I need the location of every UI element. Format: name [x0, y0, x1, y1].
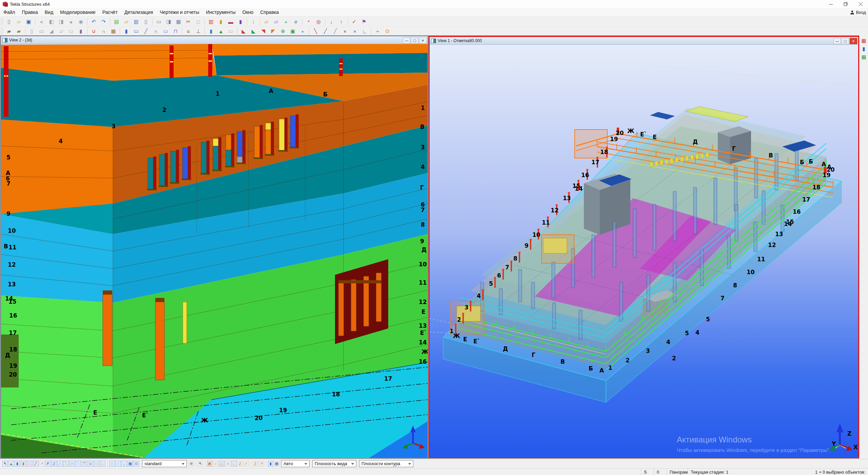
- select-parts-icon[interactable]: ▲: [8, 461, 14, 467]
- level-mark-icon[interactable]: ⊥: [194, 27, 203, 36]
- select-single-icon[interactable]: ⊙: [134, 461, 139, 467]
- view-list-icon[interactable]: ▦: [174, 17, 183, 26]
- rebar-icon[interactable]: ∪: [89, 27, 98, 36]
- split-line-icon[interactable]: ╲: [311, 27, 320, 36]
- new-model-icon[interactable]: ▯: [4, 17, 14, 26]
- snap-points-icon[interactable]: ▣: [207, 461, 212, 467]
- redo-icon[interactable]: ↷: [99, 17, 108, 26]
- snap-perpendicular-icon[interactable]: ∟: [231, 461, 237, 467]
- snap-mode-combo[interactable]: Авто: [281, 460, 310, 467]
- view2-maximize-button[interactable]: ▢: [411, 37, 418, 43]
- copy-properties-icon[interactable]: ▤: [112, 17, 121, 26]
- components-side-icon[interactable]: ▮: [860, 45, 868, 53]
- column-tool-icon[interactable]: ▮: [206, 27, 216, 36]
- component-catalog-icon[interactable]: ▮: [216, 17, 225, 26]
- fence-icon[interactable]: ≡: [184, 27, 193, 36]
- restore-button[interactable]: [838, 0, 853, 8]
- select-x-icon[interactable]: ✗: [45, 461, 51, 467]
- select-cast-units-icon[interactable]: ↓: [121, 461, 127, 467]
- select-bends-icon[interactable]: ∟: [100, 461, 105, 467]
- numbering-icon[interactable]: #: [291, 17, 300, 26]
- copy-icon[interactable]: ▱: [122, 17, 131, 26]
- report-icon[interactable]: ▥: [132, 17, 141, 26]
- model-dump-icon[interactable]: ◉: [76, 17, 85, 26]
- curved-beam-icon[interactable]: ∩: [151, 27, 160, 36]
- snap-end-icon[interactable]: ○: [213, 461, 218, 467]
- find-objects-icon[interactable]: ◎: [314, 17, 323, 26]
- profile-catalog-icon[interactable]: ▥: [206, 17, 216, 26]
- view1-maximize-button[interactable]: ▢: [842, 38, 849, 44]
- snap-intersection-icon[interactable]: ×: [225, 461, 231, 467]
- select-welds-icon[interactable]: ╲: [63, 461, 69, 467]
- intersect-lines-icon[interactable]: ×: [340, 27, 350, 36]
- view2-titlebar[interactable]: View 2 - (3d) — ▢ ✕: [1, 36, 428, 44]
- menu-item-8[interactable]: Инструменты: [203, 8, 239, 16]
- select-pours-icon[interactable]: ∪: [94, 461, 99, 467]
- select-z-icon[interactable]: Z: [51, 461, 57, 467]
- drawing-list-icon[interactable]: ▬: [226, 17, 235, 26]
- select-rebar-icon[interactable]: ∪: [88, 461, 93, 467]
- menu-item-3[interactable]: Вид: [41, 8, 57, 16]
- undo-icon[interactable]: ↶: [89, 17, 98, 26]
- menu-item-7[interactable]: Чертежи и отчеты: [156, 8, 202, 16]
- menu-item-2[interactable]: Правка: [18, 8, 41, 16]
- view2-close-button[interactable]: ✕: [419, 37, 427, 43]
- stamp-icon[interactable]: ▣: [288, 27, 297, 36]
- cut-icon[interactable]: ✂: [184, 17, 193, 26]
- view2-canvas[interactable]: 1АБ2345А67910В1112131415161718Д192017181…: [1, 44, 428, 458]
- concrete-beam-icon[interactable]: ▭: [132, 27, 141, 36]
- publish-icon[interactable]: ⚑: [359, 17, 369, 26]
- landscape-icon[interactable]: ▲: [216, 27, 225, 36]
- import-icon[interactable]: ↓: [327, 17, 336, 26]
- autoconnection-icon[interactable]: *: [304, 17, 313, 26]
- template-editor-icon[interactable]: ▯: [141, 17, 151, 26]
- grid-snap-icon[interactable]: ▦: [274, 461, 279, 467]
- select-surfaces-icon[interactable]: ▮: [15, 461, 20, 467]
- view1-minimize-button[interactable]: —: [833, 38, 841, 44]
- steel-beam-icon[interactable]: ▰: [4, 27, 14, 36]
- select-components-icon[interactable]: ↑: [109, 461, 115, 467]
- surface-icon[interactable]: ▭: [226, 27, 235, 36]
- login-button[interactable]: Вход: [850, 8, 866, 16]
- single-user-icon[interactable]: ●: [66, 17, 76, 26]
- select-paint-icon[interactable]: ∕: [57, 461, 63, 467]
- ortho-icon[interactable]: ▮: [268, 461, 273, 467]
- snap-free-icon[interactable]: ✓: [243, 461, 249, 467]
- work-plane-2-icon[interactable]: ◥: [259, 27, 268, 36]
- menu-item-4[interactable]: Моделирование: [57, 8, 99, 16]
- select-bolts-icon[interactable]: ⊤: [82, 461, 87, 467]
- move-special-icon[interactable]: ▱: [272, 17, 281, 26]
- select-views-icon[interactable]: ▭: [70, 461, 75, 467]
- panel-icon[interactable]: ▮: [76, 27, 85, 36]
- work-plane-combo[interactable]: Плоскость вида: [312, 460, 356, 467]
- view1-canvas[interactable]: Активация Windows Чтобы активировать Win…: [430, 45, 858, 457]
- snap-override-icon[interactable]: Z: [253, 461, 258, 467]
- rebar-group-icon[interactable]: ∩: [99, 27, 108, 36]
- applications-icon[interactable]: ▦: [860, 37, 868, 45]
- view1-titlebar[interactable]: View 1 - Отметка80.000 — ▢ ✕: [430, 37, 858, 45]
- read-in-icon[interactable]: ◧: [47, 17, 56, 26]
- rebar-mesh-icon[interactable]: ▦: [109, 27, 118, 36]
- pointer-icon[interactable]: ↖: [198, 461, 203, 467]
- work-plane-3-icon[interactable]: ◤: [269, 27, 278, 36]
- select-previous-icon[interactable]: ↗: [39, 461, 44, 467]
- work-plane-icon[interactable]: ◣: [239, 27, 248, 36]
- close-button[interactable]: [853, 0, 868, 8]
- globe-icon[interactable]: ⊕: [189, 461, 194, 467]
- divide-parts-icon[interactable]: ÷: [373, 27, 382, 36]
- check-model-icon[interactable]: ✓: [350, 17, 359, 26]
- write-out-icon[interactable]: ◨: [57, 17, 66, 26]
- plate-icon[interactable]: ▭: [66, 27, 76, 36]
- view1-close-button[interactable]: ✕: [850, 38, 857, 44]
- concrete-column-icon[interactable]: ▮: [122, 27, 131, 36]
- pad-footing-icon[interactable]: ▱: [57, 27, 66, 36]
- snap-center-icon[interactable]: △: [219, 461, 224, 467]
- view2-minimize-button[interactable]: —: [403, 37, 410, 43]
- divide-segments-icon[interactable]: ╱: [331, 27, 340, 36]
- corner-line-icon[interactable]: ∟: [360, 27, 369, 36]
- bent-plate-icon[interactable]: ◢: [47, 27, 56, 36]
- fit-part-icon[interactable]: ⊕: [278, 27, 288, 36]
- contour-planes-combo[interactable]: Плоскости контура: [359, 460, 413, 467]
- share-model-icon[interactable]: <: [37, 17, 46, 26]
- divide-line-icon[interactable]: ╱: [321, 27, 330, 36]
